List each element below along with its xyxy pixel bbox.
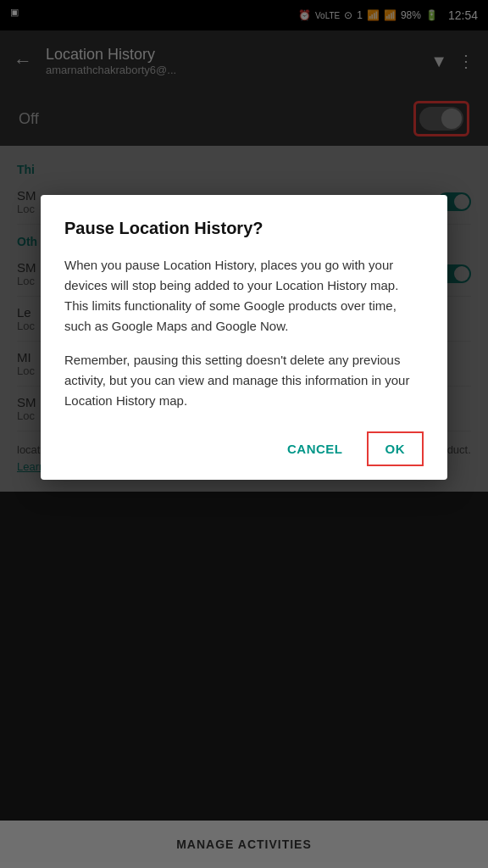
cancel-button[interactable]: CANCEL <box>270 433 360 465</box>
dialog-body: When you pause Location History, places … <box>64 255 424 411</box>
ok-button[interactable]: OK <box>367 431 424 466</box>
dialog-actions: CANCEL OK <box>64 425 424 466</box>
dialog-body-para2: Remember, pausing this setting doesn't d… <box>64 350 424 411</box>
dialog-title: Pause Location History? <box>64 219 424 238</box>
dialog-body-para1: When you pause Location History, places … <box>64 255 424 337</box>
pause-dialog: Pause Location History? When you pause L… <box>41 195 447 480</box>
